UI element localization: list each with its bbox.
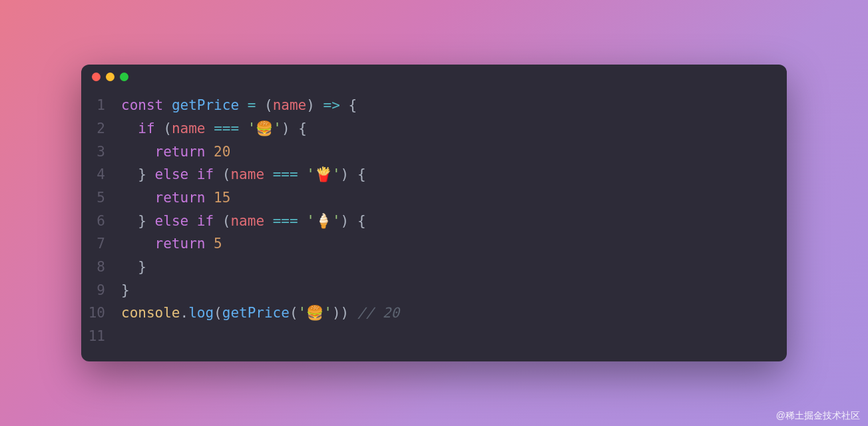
line-number: 6 [81, 210, 121, 233]
code-line: 6 } else if (name === '🍦') { [81, 210, 787, 233]
code-line: 8 } [81, 256, 787, 279]
code-line: 5 return 15 [81, 186, 787, 210]
line-number: 3 [81, 140, 121, 164]
line-number: 2 [81, 117, 121, 140]
code-line: 1 const getPrice = (name) => { [81, 94, 787, 117]
line-number: 10 [81, 302, 121, 325]
watermark: @稀土掘金技术社区 [776, 410, 860, 422]
code-content: console.log(getPrice('🍔')) // 20 [121, 302, 787, 325]
code-content: return 20 [121, 140, 787, 164]
code-line: 10 console.log(getPrice('🍔')) // 20 [81, 302, 787, 325]
minimize-icon[interactable] [106, 73, 114, 81]
line-number: 5 [81, 186, 121, 210]
line-number: 11 [81, 325, 121, 348]
code-content: } else if (name === '🍟') { [121, 163, 787, 186]
line-number: 1 [81, 94, 121, 117]
code-content: return 5 [121, 232, 787, 256]
code-area[interactable]: 1 const getPrice = (name) => { 2 if (nam… [81, 89, 787, 361]
maximize-icon[interactable] [120, 73, 128, 81]
code-content: } else if (name === '🍦') { [121, 210, 787, 233]
window-titlebar [81, 65, 787, 89]
code-line: 2 if (name === '🍔') { [81, 117, 787, 140]
close-icon[interactable] [92, 73, 101, 81]
code-content: } [121, 256, 787, 279]
code-line: 11 [81, 325, 787, 348]
code-line: 7 return 5 [81, 232, 787, 256]
line-number: 8 [81, 256, 121, 279]
code-content: if (name === '🍔') { [121, 117, 787, 140]
line-number: 9 [81, 279, 121, 302]
line-number: 7 [81, 232, 121, 256]
code-line: 9 } [81, 279, 787, 302]
code-line: 3 return 20 [81, 140, 787, 164]
code-content: } [121, 279, 787, 302]
code-content: return 15 [121, 186, 787, 210]
code-content: const getPrice = (name) => { [121, 94, 787, 117]
code-line: 4 } else if (name === '🍟') { [81, 163, 787, 186]
code-editor-window: 1 const getPrice = (name) => { 2 if (nam… [81, 65, 787, 361]
code-content [121, 325, 787, 348]
line-number: 4 [81, 163, 121, 186]
